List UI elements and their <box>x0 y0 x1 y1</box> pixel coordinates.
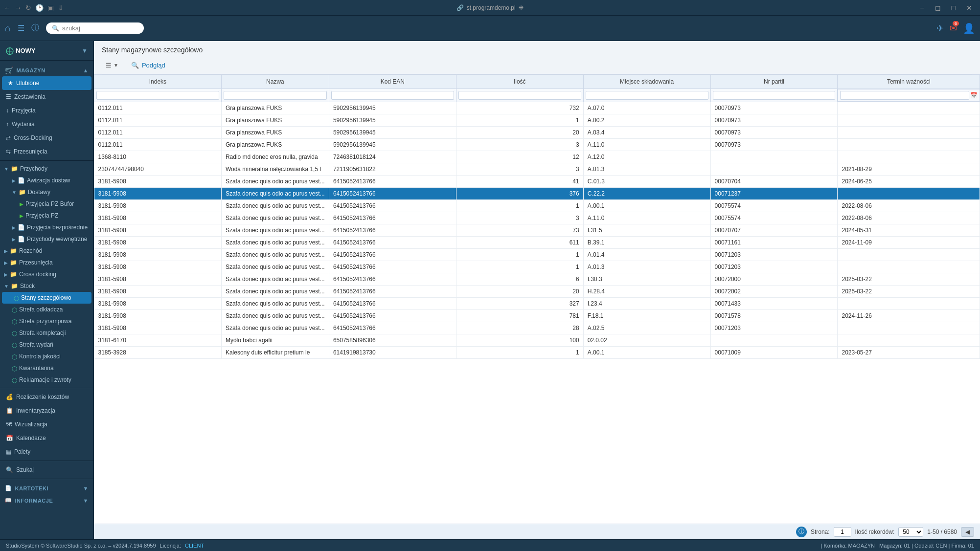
table-row[interactable]: 23074744798040 Woda mineralna nałęczowia… <box>94 163 980 175</box>
settings-icon[interactable]: ⁜ <box>519 4 524 11</box>
table-row[interactable]: 1368-8110 Radio md donec eros nulla, gra… <box>94 151 980 163</box>
filter-miejsce-input[interactable] <box>586 91 708 100</box>
tree-strefa-przyrampowa[interactable]: ◯ Strefa przyrampowa <box>0 315 93 327</box>
table-row[interactable]: 3185-3928 Kalesony duis efficitur pretiu… <box>94 346 980 358</box>
table-row[interactable]: 3181-5908 Szafa donec quis odio ac purus… <box>94 309 980 322</box>
minimize-button[interactable]: − <box>916 3 928 13</box>
sidebar-item-rozliczenie[interactable]: 💰 Rozliczenie kosztów <box>0 390 93 404</box>
filter-termin-input[interactable] <box>840 91 969 100</box>
hamburger-menu-button[interactable]: ☰ ▼ <box>102 60 122 71</box>
info-button[interactable]: ⓘ <box>796 527 807 537</box>
close-button[interactable]: ✕ <box>962 3 976 13</box>
search-input[interactable] <box>62 24 136 32</box>
nowy-button[interactable]: ⨁ NOWY ▼ <box>0 41 93 61</box>
user-icon[interactable]: 👤 <box>963 22 975 34</box>
tree-cross-docking[interactable]: ▶ 📁 Cross docking <box>0 268 93 280</box>
table-row[interactable]: 3181-5908 Szafa donec quis odio ac purus… <box>94 199 980 212</box>
filter-ilosc[interactable] <box>456 89 583 102</box>
tree-stany-szczegolowo[interactable]: ◯ Stany szczegółowo <box>2 292 91 304</box>
tree-strefa-wydan[interactable]: ◯ Strefa wydań <box>0 339 93 351</box>
tree-przyjecia-bezposrednie[interactable]: ▶ 📄 Przyjęcia bezpośrednie <box>0 221 93 233</box>
table-row[interactable]: 3181-6170 Mydło babci agafii 65075858963… <box>94 334 980 346</box>
table-row[interactable]: 3181-5908 Szafa donec quis odio ac purus… <box>94 322 980 334</box>
filter-kod-ean[interactable] <box>329 89 456 102</box>
magazyn-header[interactable]: 🛒 MAGAZYN ▲ <box>0 63 93 76</box>
sidebar-item-wizualizacja[interactable]: 🗺 Wizualizacja <box>0 418 93 431</box>
filter-nr-partii[interactable] <box>710 89 838 102</box>
sidebar-item-inwentaryzacja[interactable]: 📋 Inwentaryzacja <box>0 404 93 418</box>
table-row[interactable]: 3181-5908 Szafa donec quis odio ac purus… <box>94 236 980 248</box>
tree-dostawy[interactable]: ▼ 📁 Dostawy <box>0 186 93 198</box>
forward-icon[interactable]: → <box>15 4 22 12</box>
table-wrapper[interactable]: Indeks Nazwa Kod EAN Ilość Miejsce skład… <box>94 74 980 524</box>
sidebar-item-przyjecia[interactable]: ↓ Przyjęcia <box>0 104 93 117</box>
list-icon[interactable]: ☰ <box>18 23 24 33</box>
tree-strefa-kompletacji[interactable]: ◯ Strefa kompletacji <box>0 327 93 339</box>
tree-reklamacje-zwroty[interactable]: ◯ Reklamacje i zwroty <box>0 374 93 386</box>
filter-ilosc-input[interactable] <box>458 91 581 100</box>
history-icon[interactable]: 🕑 <box>35 4 44 12</box>
download-icon[interactable]: ⇓ <box>58 4 64 12</box>
sidebar-item-zestawienia[interactable]: ☰ Zestawienia <box>0 90 93 104</box>
tree-strefa-odkladcza[interactable]: ◯ Strefa odkładcza <box>0 304 93 315</box>
tree-kontrola-jakosci[interactable]: ◯ Kontrola jakości <box>0 351 93 362</box>
table-row[interactable]: 0112.011 Gra planszowa FUKS 590295613994… <box>94 114 980 126</box>
tree-stock[interactable]: ▼ 📁 Stock <box>0 280 93 292</box>
sidebar-item-przesuniecia[interactable]: ⇆ Przesunięcia <box>0 145 93 158</box>
maximize-button[interactable]: □ <box>948 3 959 13</box>
table-row[interactable]: 3181-5908 Szafa donec quis odio ac purus… <box>94 273 980 285</box>
filter-termin[interactable]: 📅 <box>838 89 980 102</box>
filter-kod-ean-input[interactable] <box>331 91 454 100</box>
table-row[interactable]: 3181-5908 Szafa donec quis odio ac purus… <box>94 187 980 199</box>
sidebar-item-palety[interactable]: ▦ Palety <box>0 445 93 459</box>
page-input[interactable] <box>834 527 851 537</box>
info-icon[interactable]: ⓘ <box>31 23 39 33</box>
sidebar-item-szukaj[interactable]: 🔍 Szukaj <box>0 463 93 477</box>
tree-awizacja-dostaw[interactable]: ▶ 📄 Awizacja dostaw <box>0 175 93 186</box>
tree-przyjecia-pz-bufor[interactable]: ▶ Przyjęcia PZ Bufor <box>0 198 93 210</box>
notification-badge[interactable]: ✉ 6 <box>950 23 957 34</box>
restore-button[interactable]: ◻ <box>931 3 945 13</box>
sidebar-item-cross-docking[interactable]: ⇄ Cross-Docking <box>0 131 93 145</box>
table-row[interactable]: 0112.011 Gra planszowa FUKS 590295613994… <box>94 138 980 151</box>
tree-przychody[interactable]: ▼ 📁 Przychody <box>0 163 93 175</box>
informacje-header[interactable]: 📖 INFORMACJE ▼ <box>0 493 93 506</box>
filter-nazwa-input[interactable] <box>224 91 327 100</box>
table-row[interactable]: 3181-5908 Szafa donec quis odio ac purus… <box>94 224 980 236</box>
refresh-icon[interactable]: ↻ <box>25 4 31 12</box>
przesun-label: Przesunięcia <box>19 259 53 266</box>
cell-ilosc: 1 <box>456 346 583 358</box>
filter-nr-partii-input[interactable] <box>713 91 836 100</box>
tree-kwarantanna[interactable]: ◯ Kwarantanna <box>0 362 93 374</box>
filter-indeks-input[interactable] <box>96 91 219 100</box>
search-box[interactable]: 🔍 <box>46 22 144 34</box>
export-icon[interactable]: ✈ <box>936 23 944 34</box>
table-row[interactable]: 3181-5908 Szafa donec quis odio ac purus… <box>94 261 980 273</box>
table-row[interactable]: 0112.011 Gra planszowa FUKS 590295613994… <box>94 102 980 114</box>
calendar-icon[interactable]: 📅 <box>970 92 978 99</box>
tree-przyjecia-pz[interactable]: ▶ Przyjęcia PZ <box>0 210 93 221</box>
back-icon[interactable]: ← <box>4 4 11 12</box>
table-row[interactable]: 3181-5908 Szafa donec quis odio ac purus… <box>94 297 980 309</box>
podglad-button[interactable]: 🔍 Podgląd <box>126 60 170 71</box>
filter-indeks[interactable] <box>94 89 222 102</box>
table-row[interactable]: 3181-5908 Szafa donec quis odio ac purus… <box>94 212 980 224</box>
table-row[interactable]: 3181-5908 Szafa donec quis odio ac purus… <box>94 285 980 297</box>
tree-rozchod[interactable]: ▶ 📁 Rozchód <box>0 245 93 257</box>
table-row[interactable]: 3181-5908 Szafa donec quis odio ac purus… <box>94 248 980 261</box>
table-row[interactable]: 3181-5908 Szafa donec quis odio ac purus… <box>94 175 980 187</box>
records-per-page-select[interactable]: 50 100 200 <box>898 527 923 537</box>
sidebar-item-ulubione[interactable]: ★ Ulubione <box>2 76 91 90</box>
table-row[interactable]: 0112.011 Gra planszowa FUKS 590295613994… <box>94 126 980 138</box>
filter-nazwa[interactable] <box>221 89 329 102</box>
tree-przychody-wewnetrzne[interactable]: ▶ 📄 Przychody wewnętrzne <box>0 233 93 245</box>
home-icon[interactable]: ⌂ <box>5 22 11 34</box>
sidebar-item-wydania[interactable]: ↑ Wydania <box>0 117 93 131</box>
filter-miejsce[interactable] <box>583 89 710 102</box>
prev-page-button[interactable]: ◀ <box>961 527 974 537</box>
tree-przesuniecia[interactable]: ▶ 📁 Przesunięcia <box>0 257 93 268</box>
license-value[interactable]: CLIENT <box>185 543 204 549</box>
tab-icon[interactable]: ▣ <box>47 4 54 12</box>
sidebar-item-kalendarze[interactable]: 📅 Kalendarze <box>0 431 93 445</box>
kartoteki-header[interactable]: 📄 KARTOTEKI ▼ <box>0 481 93 493</box>
